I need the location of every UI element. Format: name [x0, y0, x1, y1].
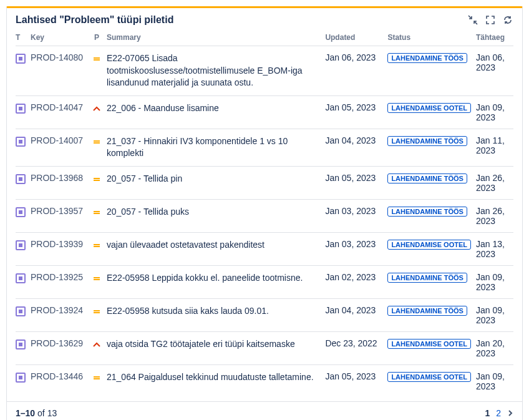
- issue-key-link[interactable]: PROD-13446: [31, 371, 83, 381]
- status-badge[interactable]: LAHENDAMINE TÖÖS: [387, 306, 467, 316]
- priority-medium-icon: [92, 54, 101, 64]
- priority-medium-icon: [92, 373, 101, 383]
- issue-updated: Dec 23, 2022: [325, 331, 387, 364]
- table-row: PROD-13629vaja otsida TG2 töötajatele er…: [16, 331, 513, 364]
- refresh-icon[interactable]: [502, 14, 513, 26]
- issue-type-icon[interactable]: [16, 207, 26, 217]
- filter-panel: Lahtised "Probleem" tüüpi piletid T Key …: [6, 6, 523, 420]
- issue-summary-link[interactable]: vajan ülevaadet ostetavatest pakenditest: [107, 240, 264, 250]
- status-badge[interactable]: LAHENDAMISE OOTEL: [387, 240, 471, 250]
- status-badge[interactable]: LAHENDAMISE OOTEL: [387, 372, 471, 382]
- row-count: 1–10 of 13: [16, 408, 57, 418]
- issue-key-link[interactable]: PROD-13629: [31, 338, 83, 348]
- issue-key-link[interactable]: PROD-14007: [31, 135, 83, 145]
- table-row: PROD-1395720_057 - Tellida puksJan 03, 2…: [16, 199, 513, 232]
- priority-high-icon: [92, 339, 101, 349]
- issue-summary-link[interactable]: E22-05958 Leppida kokku el. paneelide to…: [107, 273, 303, 283]
- issue-type-icon[interactable]: [16, 104, 26, 114]
- issues-table: T Key P Summary Updated Status Tähtaeg P…: [16, 29, 513, 398]
- priority-medium-icon: [92, 137, 101, 147]
- status-badge[interactable]: LAHENDAMINE TÖÖS: [387, 273, 467, 283]
- issue-due: Jan 11, 2023: [476, 129, 513, 166]
- expand-icon[interactable]: [485, 14, 496, 26]
- issue-key-link[interactable]: PROD-13925: [31, 272, 83, 282]
- of-label: of: [37, 408, 45, 418]
- issue-due: Jan 26, 2023: [476, 166, 513, 199]
- pager-page-next[interactable]: 2: [496, 408, 501, 418]
- table-row: PROD-13925E22-05958 Leppida kokku el. pa…: [16, 265, 513, 298]
- panel-controls: [467, 14, 513, 26]
- issue-updated: Jan 06, 2023: [325, 46, 387, 96]
- table-row: PROD-13924E22-05958 kutsuda siia kaks la…: [16, 298, 513, 331]
- priority-medium-icon: [92, 273, 101, 283]
- issue-updated: Jan 05, 2023: [325, 166, 387, 199]
- issue-type-icon[interactable]: [16, 54, 26, 64]
- issue-summary-link[interactable]: 22_006 - Maanduse lisamine: [107, 103, 219, 113]
- issue-due: Jan 20, 2023: [476, 331, 513, 364]
- table-row: PROD-1344621_064 Paigaldusel tekkinud mu…: [16, 364, 513, 398]
- priority-medium-icon: [92, 306, 101, 316]
- status-badge[interactable]: LAHENDAMINE TÖÖS: [387, 207, 467, 217]
- pager-next-icon[interactable]: [507, 408, 513, 418]
- col-header-summary[interactable]: Summary: [107, 29, 325, 46]
- status-badge[interactable]: LAHENDAMINE TÖÖS: [387, 136, 467, 146]
- col-header-status[interactable]: Status: [387, 29, 476, 46]
- pager: 1 2: [485, 408, 513, 418]
- table-header-row: T Key P Summary Updated Status Tähtaeg: [16, 29, 513, 46]
- table-row: PROD-1396820_057 - Tellida pinJan 05, 20…: [16, 166, 513, 199]
- issue-key-link[interactable]: PROD-14080: [31, 52, 83, 62]
- issue-summary-link[interactable]: 20_057 - Tellida puks: [107, 207, 189, 217]
- issue-updated: Jan 05, 2023: [325, 95, 387, 129]
- col-header-key[interactable]: Key: [31, 29, 92, 46]
- panel-title: Lahtised "Probleem" tüüpi piletid: [16, 14, 173, 26]
- col-header-updated[interactable]: Updated: [325, 29, 387, 46]
- issue-updated: Jan 02, 2023: [325, 265, 387, 298]
- issue-updated: Jan 04, 2023: [325, 298, 387, 331]
- issue-due: Jan 09, 2023: [476, 265, 513, 298]
- status-badge[interactable]: LAHENDAMINE TÖÖS: [387, 53, 467, 63]
- table-row: PROD-1404722_006 - Maanduse lisamineJan …: [16, 95, 513, 129]
- issue-type-icon[interactable]: [16, 137, 26, 147]
- issue-summary-link[interactable]: vaja otsida TG2 töötajatele eri tüüpi ka…: [107, 339, 295, 349]
- issue-type-icon[interactable]: [16, 373, 26, 383]
- col-header-due[interactable]: Tähtaeg: [476, 29, 513, 46]
- table-row: PROD-1400721_037 - Hinnakiri IV3 kompone…: [16, 129, 513, 166]
- pager-page-current[interactable]: 1: [485, 408, 490, 418]
- issue-summary-link[interactable]: 21_064 Paigaldusel tekkinud muudatuste t…: [107, 372, 314, 382]
- col-header-type[interactable]: T: [16, 29, 31, 46]
- issue-key-link[interactable]: PROD-13968: [31, 173, 83, 183]
- table-footer: 1–10 of 13 1 2: [7, 401, 522, 420]
- issue-due: Jan 26, 2023: [476, 199, 513, 232]
- issue-key-link[interactable]: PROD-13924: [31, 305, 83, 315]
- issue-key-link[interactable]: PROD-13957: [31, 206, 83, 216]
- issue-summary-link[interactable]: 21_037 - Hinnakiri IV3 komponentidele 1 …: [107, 136, 288, 159]
- issue-due: Jan 09, 2023: [476, 95, 513, 129]
- issue-type-icon[interactable]: [16, 339, 26, 349]
- issue-key-link[interactable]: PROD-13939: [31, 239, 83, 249]
- issue-type-icon[interactable]: [16, 306, 26, 316]
- issue-due: Jan 09, 2023: [476, 364, 513, 398]
- priority-medium-icon: [92, 240, 101, 250]
- issue-due: Jan 06, 2023: [476, 46, 513, 96]
- issue-type-icon[interactable]: [16, 174, 26, 184]
- issue-due: Jan 09, 2023: [476, 298, 513, 331]
- issue-type-icon[interactable]: [16, 240, 26, 250]
- col-header-priority[interactable]: P: [92, 29, 107, 46]
- issue-updated: Jan 04, 2023: [325, 129, 387, 166]
- issue-key-link[interactable]: PROD-14047: [31, 102, 83, 112]
- issue-updated: Jan 03, 2023: [325, 232, 387, 265]
- issue-summary-link[interactable]: E22-07065 Lisada tootmiskooslusesse/toot…: [107, 53, 303, 87]
- issue-type-icon[interactable]: [16, 273, 26, 283]
- issue-summary-link[interactable]: 20_057 - Tellida pin: [107, 173, 182, 183]
- status-badge[interactable]: LAHENDAMISE OOTEL: [387, 103, 471, 113]
- status-badge[interactable]: LAHENDAMINE TÖÖS: [387, 173, 467, 183]
- row-range: 1–10: [16, 408, 35, 418]
- minimize-icon[interactable]: [467, 14, 478, 26]
- table-row: PROD-13939vajan ülevaadet ostetavatest p…: [16, 232, 513, 265]
- status-badge[interactable]: LAHENDAMISE OOTEL: [387, 339, 471, 349]
- issue-updated: Jan 05, 2023: [325, 364, 387, 398]
- priority-medium-icon: [92, 207, 101, 217]
- issue-due: Jan 13, 2023: [476, 232, 513, 265]
- issue-summary-link[interactable]: E22-05958 kutsuda siia kaks lauda 09.01.: [107, 306, 269, 316]
- priority-high-icon: [92, 104, 101, 114]
